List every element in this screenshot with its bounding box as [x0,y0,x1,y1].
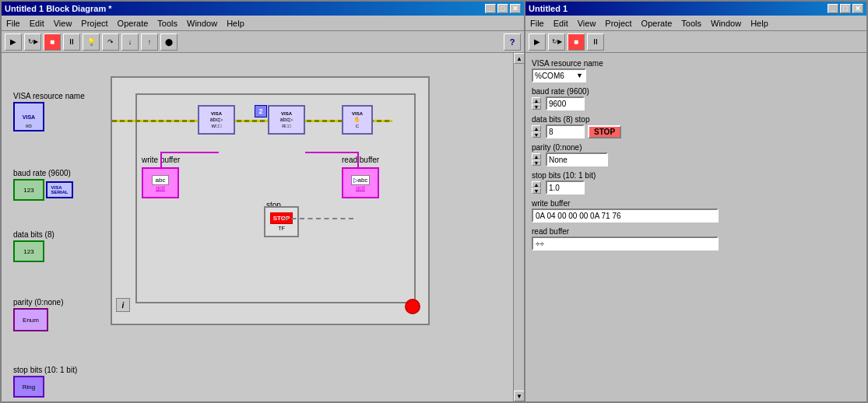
visa-write-block[interactable]: VISA abc▷ W□□ [198,105,235,135]
maximize-button[interactable]: □ [497,4,508,13]
highlight-button[interactable]: 💡 [83,33,100,51]
fp-menu-edit[interactable]: Edit [552,19,570,28]
fp-readbuffer-section: read buffer ÷÷ [532,227,860,251]
fp-menu-window[interactable]: Window [709,19,743,28]
block-diagram-toolbar: ▶ ↻▶ ■ ⏸ 💡 ↷ ↓ ↑ ⬤ ? [2,31,524,53]
parity-block[interactable]: Enum [13,308,48,331]
fp-minimize-button[interactable]: _ [828,4,838,13]
fp-stopbits-value[interactable]: 1.0 [546,180,585,194]
fp-visa-value: %COM6 [535,72,564,80]
block-diagram-menu-bar: File Edit View Project Operate Tools Win… [2,16,524,31]
menu-window[interactable]: Window [185,19,219,28]
read-buffer-block[interactable]: ▷abc gcd [342,167,379,198]
num-badge: 2 [255,105,267,117]
fp-visa-section: VISA resource name %COM6 ▼ [532,59,860,82]
visa-serial-block: VISASERIAL [46,181,73,198]
fp-maximize-button[interactable]: □ [840,4,851,13]
data-bits-block[interactable]: 123 [13,240,44,262]
step-out-button[interactable]: ↑ [141,33,158,51]
fp-visa-row: %COM6 ▼ [532,68,860,82]
scroll-down-button[interactable]: ▼ [514,391,524,401]
menu-help[interactable]: Help [225,19,246,28]
parity-down-arrow[interactable]: ▼ [532,159,541,166]
stopbits-up-arrow[interactable]: ▲ [532,181,541,187]
context-help-button[interactable]: ? [504,33,521,51]
info-box: i [116,298,130,312]
databits-down-arrow[interactable]: ▼ [532,131,541,138]
fp-stopbits-section: stop bits (10: 1 bit) ▲ ▼ 1.0 [532,171,860,194]
fp-menu-operate[interactable]: Operate [640,19,674,28]
fp-stopbits-label: stop bits (10: 1 bit) [532,171,860,180]
fp-run-button[interactable]: ▶ [529,33,546,51]
read-wire-vertical [357,152,359,167]
visa-write-text: VISA abc▷ W□□ [210,110,223,128]
visa-read-block[interactable]: VISA abc▷ R□□ [268,105,305,135]
fp-menu-view[interactable]: View [576,19,598,28]
stop-subtext: TF [278,226,285,231]
fp-baud-label: baud rate (9600) [532,87,860,96]
fp-stop-button[interactable]: STOP [588,125,621,138]
baud-rate-icon: 123 [23,187,33,194]
fp-visa-dropdown[interactable]: %COM6 ▼ [532,68,586,82]
fp-menu-project[interactable]: Project [603,19,633,28]
abort-button[interactable]: ■ [44,33,61,51]
parity-up-arrow[interactable]: ▲ [532,153,541,159]
close-button[interactable]: ✕ [510,4,521,13]
menu-operate[interactable]: Operate [116,19,150,28]
fp-baud-value[interactable]: 9600 [546,96,585,110]
baud-rate-label: baud rate (9600) [13,169,85,177]
run-button[interactable]: ▶ [5,33,22,51]
stop-circle-indicator [405,299,420,314]
fp-abort-button[interactable]: ■ [568,33,585,51]
fp-menu-file[interactable]: File [529,19,546,28]
run-continuously-button[interactable]: ↻▶ [24,33,41,51]
fp-pause-button[interactable]: ⏸ [587,33,604,51]
front-panel-title: Untitled 1 [529,4,568,13]
fp-menu-tools[interactable]: Tools [680,19,703,28]
fp-databits-row: ▲ ▼ 8 STOP [532,124,860,138]
breakpoint-button[interactable]: ⬤ [160,33,177,51]
stopbits-down-arrow[interactable]: ▼ [532,187,541,194]
baud-rate-control: baud rate (9600) 123 VISASERIAL [13,169,85,201]
databits-up-arrow[interactable]: ▲ [532,125,541,131]
read-wire-horizontal [305,152,357,153]
fp-databits-value[interactable]: 8 [546,124,585,138]
pause-button[interactable]: ⏸ [63,33,80,51]
parity-control: parity (0:none) Enum [13,298,85,331]
front-panel-toolbar: ▶ ↻▶ ■ ⏸ [525,31,866,53]
stop-bits-control: stop bits (10: 1 bit) Ring [13,366,85,398]
menu-view[interactable]: View [52,19,74,28]
scrollbar-vertical[interactable]: ▲ ▼ [513,53,524,401]
fp-close-button[interactable]: ✕ [852,4,863,13]
minimize-button[interactable]: _ [485,4,496,13]
step-into-button[interactable]: ↓ [121,33,139,51]
scroll-up-button[interactable]: ▲ [514,53,524,64]
menu-file[interactable]: File [5,19,22,28]
stop-block[interactable]: STOP TF [264,206,299,237]
read-buffer-subtext: gcd [356,185,364,191]
fp-parity-dropdown[interactable]: None [546,152,608,166]
canvas-region: VISA abc▷ W□□ 2 VISA abc▷ R□□ [111,76,430,325]
fp-readbuffer-value[interactable]: ÷÷ [532,237,719,251]
baud-rate-block[interactable]: 123 [13,179,44,201]
fp-run-continuously-button[interactable]: ↻▶ [548,33,565,51]
visa-subtext: I/O [26,124,32,128]
stop-bits-block[interactable]: Ring [13,376,44,398]
fp-writebuffer-value[interactable]: 0A 04 00 00 00 0A 71 76 [532,209,719,223]
visa-read-text: VISA abc▷ R□□ [280,110,293,128]
front-panel-title-bar: Untitled 1 _ □ ✕ [525,2,866,16]
step-over-button[interactable]: ↷ [102,33,119,51]
fp-menu-help[interactable]: Help [749,19,770,28]
menu-project[interactable]: Project [79,19,109,28]
fp-writebuffer-section: write buffer 0A 04 00 00 00 0A 71 76 [532,199,860,223]
write-wire-horizontal [160,152,219,153]
visa-block-text: VISA [23,114,35,120]
menu-tools[interactable]: Tools [156,19,179,28]
visa-block[interactable]: VISA I/O [13,102,44,131]
fp-parity-section: parity (0:none) ▲ ▼ None [532,143,860,166]
menu-edit[interactable]: Edit [28,19,46,28]
visa-close-block[interactable]: VISA ✋ C [342,105,373,135]
write-buffer-block[interactable]: abc gcd [142,167,179,198]
baud-up-arrow[interactable]: ▲ [532,97,541,103]
baud-down-arrow[interactable]: ▼ [532,103,541,110]
